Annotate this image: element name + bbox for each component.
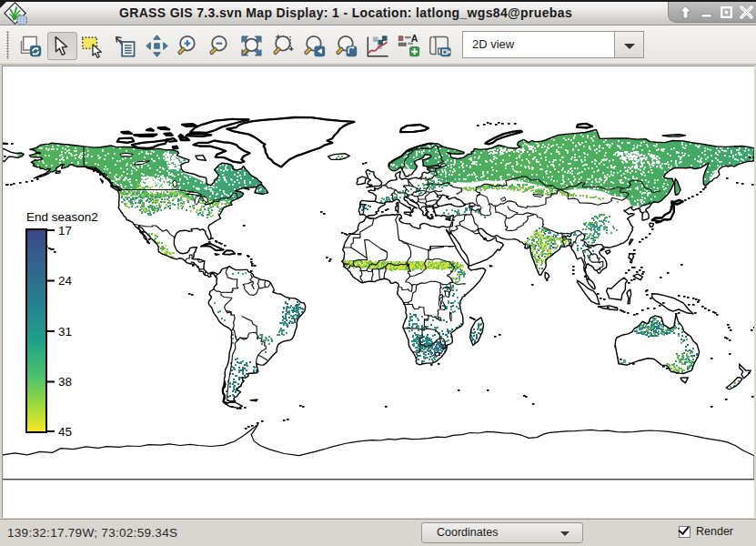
svg-text:24: 24 [58,274,73,288]
svg-text:38: 38 [58,375,72,389]
svg-text:31: 31 [58,325,72,339]
svg-text:End season2: End season2 [26,210,98,224]
svg-text:A: A [411,33,418,44]
svg-text:45: 45 [58,425,72,439]
svg-text:17: 17 [58,224,72,238]
